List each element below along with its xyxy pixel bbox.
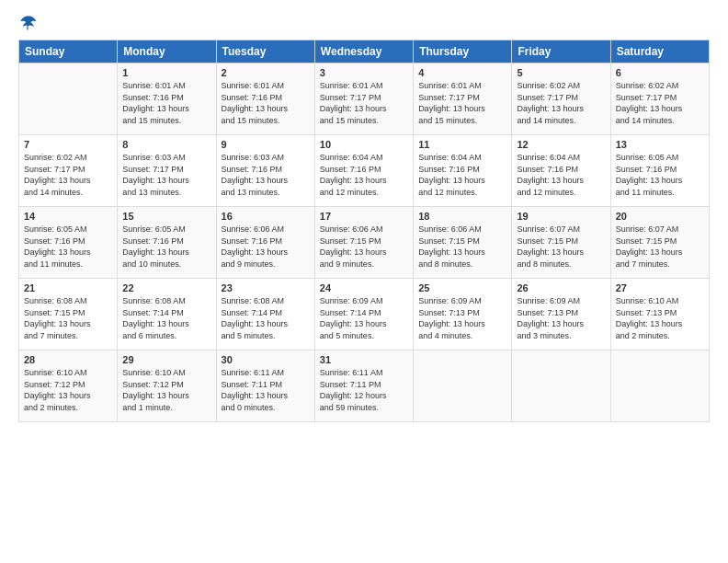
cell-info: Sunrise: 6:10 AM Sunset: 7:12 PM Dayligh…: [24, 367, 112, 413]
day-number: 16: [222, 211, 310, 222]
cell-info: Sunrise: 6:11 AM Sunset: 7:11 PM Dayligh…: [222, 367, 310, 413]
day-number: 10: [320, 139, 408, 150]
cell-info: Sunrise: 6:09 AM Sunset: 7:13 PM Dayligh…: [517, 295, 605, 341]
calendar-cell: 24Sunrise: 6:09 AM Sunset: 7:14 PM Dayli…: [314, 279, 413, 350]
cell-info: Sunrise: 6:08 AM Sunset: 7:14 PM Dayligh…: [122, 295, 210, 341]
day-number: 22: [122, 282, 210, 293]
day-number: 23: [222, 282, 310, 293]
calendar-cell: 28Sunrise: 6:10 AM Sunset: 7:12 PM Dayli…: [19, 350, 118, 422]
day-number: 15: [122, 211, 210, 222]
cell-info: Sunrise: 6:07 AM Sunset: 7:15 PM Dayligh…: [517, 224, 605, 270]
calendar-cell: 25Sunrise: 6:09 AM Sunset: 7:13 PM Dayli…: [414, 279, 512, 350]
calendar-cell: 16Sunrise: 6:06 AM Sunset: 7:16 PM Dayli…: [216, 207, 314, 279]
cell-info: Sunrise: 6:01 AM Sunset: 7:16 PM Dayligh…: [122, 80, 210, 126]
calendar-cell: 30Sunrise: 6:11 AM Sunset: 7:11 PM Dayli…: [216, 350, 314, 422]
col-header-monday: Monday: [118, 40, 216, 63]
cell-info: Sunrise: 6:07 AM Sunset: 7:15 PM Dayligh…: [616, 224, 704, 270]
day-number: 5: [517, 67, 605, 78]
col-header-friday: Friday: [512, 40, 610, 63]
cell-info: Sunrise: 6:01 AM Sunset: 7:17 PM Dayligh…: [320, 80, 408, 126]
calendar-cell: 21Sunrise: 6:08 AM Sunset: 7:15 PM Dayli…: [19, 279, 118, 350]
week-row-2: 14Sunrise: 6:05 AM Sunset: 7:16 PM Dayli…: [19, 207, 710, 279]
calendar-cell: 17Sunrise: 6:06 AM Sunset: 7:15 PM Dayli…: [314, 207, 413, 279]
day-number: 19: [517, 211, 605, 222]
cell-info: Sunrise: 6:10 AM Sunset: 7:13 PM Dayligh…: [616, 295, 704, 341]
calendar-cell: 13Sunrise: 6:05 AM Sunset: 7:16 PM Dayli…: [610, 135, 709, 207]
cell-info: Sunrise: 6:08 AM Sunset: 7:14 PM Dayligh…: [222, 295, 310, 341]
calendar-cell: 20Sunrise: 6:07 AM Sunset: 7:15 PM Dayli…: [610, 207, 709, 279]
calendar-cell: 29Sunrise: 6:10 AM Sunset: 7:12 PM Dayli…: [118, 350, 216, 422]
cell-info: Sunrise: 6:04 AM Sunset: 7:16 PM Dayligh…: [320, 152, 408, 198]
cell-info: Sunrise: 6:06 AM Sunset: 7:16 PM Dayligh…: [222, 224, 310, 270]
day-number: 18: [418, 211, 506, 222]
calendar-cell: 14Sunrise: 6:05 AM Sunset: 7:16 PM Dayli…: [19, 207, 118, 279]
cell-info: Sunrise: 6:04 AM Sunset: 7:16 PM Dayligh…: [517, 152, 605, 198]
day-number: 7: [24, 139, 112, 150]
col-header-thursday: Thursday: [414, 40, 512, 63]
day-number: 17: [320, 211, 408, 222]
day-number: 8: [122, 139, 210, 150]
calendar-cell: 2Sunrise: 6:01 AM Sunset: 7:16 PM Daylig…: [216, 63, 314, 135]
calendar-table: SundayMondayTuesdayWednesdayThursdayFrid…: [18, 40, 710, 422]
cell-info: Sunrise: 6:02 AM Sunset: 7:17 PM Dayligh…: [616, 80, 704, 126]
calendar-cell: 1Sunrise: 6:01 AM Sunset: 7:16 PM Daylig…: [118, 63, 216, 135]
calendar-cell: [19, 63, 118, 135]
day-number: 11: [418, 139, 506, 150]
page: SundayMondayTuesdayWednesdayThursdayFrid…: [0, 0, 728, 563]
calendar-cell: 6Sunrise: 6:02 AM Sunset: 7:17 PM Daylig…: [610, 63, 709, 135]
day-number: 3: [320, 67, 408, 78]
cell-info: Sunrise: 6:06 AM Sunset: 7:15 PM Dayligh…: [320, 224, 408, 270]
calendar-cell: 23Sunrise: 6:08 AM Sunset: 7:14 PM Dayli…: [216, 279, 314, 350]
col-header-tuesday: Tuesday: [216, 40, 314, 63]
day-number: 6: [616, 67, 704, 78]
cell-info: Sunrise: 6:11 AM Sunset: 7:11 PM Dayligh…: [320, 367, 408, 413]
col-header-sunday: Sunday: [19, 40, 118, 63]
cell-info: Sunrise: 6:05 AM Sunset: 7:16 PM Dayligh…: [24, 224, 112, 270]
week-row-3: 21Sunrise: 6:08 AM Sunset: 7:15 PM Dayli…: [19, 279, 710, 350]
day-number: 24: [320, 282, 408, 293]
day-number: 2: [222, 67, 310, 78]
cell-info: Sunrise: 6:05 AM Sunset: 7:16 PM Dayligh…: [122, 224, 210, 270]
calendar-cell: 26Sunrise: 6:09 AM Sunset: 7:13 PM Dayli…: [512, 279, 610, 350]
day-number: 26: [517, 282, 605, 293]
week-row-4: 28Sunrise: 6:10 AM Sunset: 7:12 PM Dayli…: [19, 350, 710, 422]
cell-info: Sunrise: 6:10 AM Sunset: 7:12 PM Dayligh…: [122, 367, 210, 413]
day-number: 14: [24, 211, 112, 222]
cell-info: Sunrise: 6:02 AM Sunset: 7:17 PM Dayligh…: [517, 80, 605, 126]
day-number: 13: [616, 139, 704, 150]
calendar-cell: [414, 350, 512, 422]
cell-info: Sunrise: 6:08 AM Sunset: 7:15 PM Dayligh…: [24, 295, 112, 341]
cell-info: Sunrise: 6:09 AM Sunset: 7:13 PM Dayligh…: [418, 295, 506, 341]
day-number: 29: [122, 354, 210, 365]
cell-info: Sunrise: 6:01 AM Sunset: 7:16 PM Dayligh…: [222, 80, 310, 126]
day-number: 21: [24, 282, 112, 293]
cell-info: Sunrise: 6:09 AM Sunset: 7:14 PM Dayligh…: [320, 295, 408, 341]
calendar-cell: 11Sunrise: 6:04 AM Sunset: 7:16 PM Dayli…: [414, 135, 512, 207]
day-number: 4: [418, 67, 506, 78]
calendar-cell: 8Sunrise: 6:03 AM Sunset: 7:17 PM Daylig…: [118, 135, 216, 207]
cell-info: Sunrise: 6:02 AM Sunset: 7:17 PM Dayligh…: [24, 152, 112, 198]
col-header-saturday: Saturday: [610, 40, 709, 63]
calendar-cell: 4Sunrise: 6:01 AM Sunset: 7:17 PM Daylig…: [414, 63, 512, 135]
calendar-cell: 12Sunrise: 6:04 AM Sunset: 7:16 PM Dayli…: [512, 135, 610, 207]
calendar-cell: 10Sunrise: 6:04 AM Sunset: 7:16 PM Dayli…: [314, 135, 413, 207]
header: [18, 14, 710, 32]
calendar-cell: 15Sunrise: 6:05 AM Sunset: 7:16 PM Dayli…: [118, 207, 216, 279]
week-row-1: 7Sunrise: 6:02 AM Sunset: 7:17 PM Daylig…: [19, 135, 710, 207]
calendar-cell: 9Sunrise: 6:03 AM Sunset: 7:16 PM Daylig…: [216, 135, 314, 207]
calendar-cell: 3Sunrise: 6:01 AM Sunset: 7:17 PM Daylig…: [314, 63, 413, 135]
day-number: 9: [222, 139, 310, 150]
calendar-cell: [512, 350, 610, 422]
day-number: 1: [122, 67, 210, 78]
week-row-0: 1Sunrise: 6:01 AM Sunset: 7:16 PM Daylig…: [19, 63, 710, 135]
day-number: 30: [222, 354, 310, 365]
logo-bird-icon: [18, 14, 37, 32]
calendar-cell: 7Sunrise: 6:02 AM Sunset: 7:17 PM Daylig…: [19, 135, 118, 207]
calendar-cell: 27Sunrise: 6:10 AM Sunset: 7:13 PM Dayli…: [610, 279, 709, 350]
day-number: 12: [517, 139, 605, 150]
calendar-cell: 22Sunrise: 6:08 AM Sunset: 7:14 PM Dayli…: [118, 279, 216, 350]
calendar-cell: 5Sunrise: 6:02 AM Sunset: 7:17 PM Daylig…: [512, 63, 610, 135]
calendar-cell: 19Sunrise: 6:07 AM Sunset: 7:15 PM Dayli…: [512, 207, 610, 279]
cell-info: Sunrise: 6:04 AM Sunset: 7:16 PM Dayligh…: [418, 152, 506, 198]
col-header-wednesday: Wednesday: [314, 40, 413, 63]
